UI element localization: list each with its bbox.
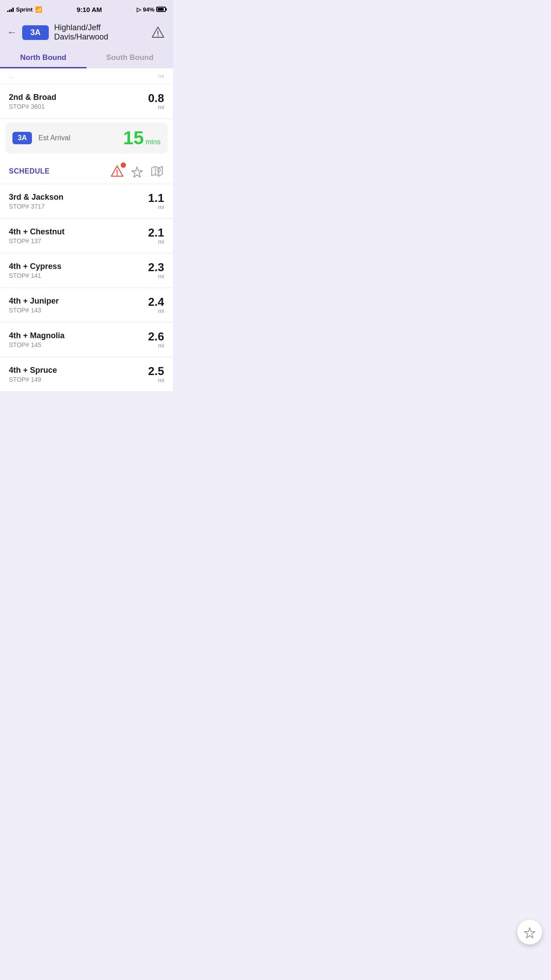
status-time: 9:10 AM — [77, 6, 102, 13]
stop-distance-value: 2.5 — [148, 365, 164, 377]
stop-distance-unit: mi — [148, 342, 164, 349]
stop-distance-value: 2.4 — [148, 296, 164, 308]
stop-item[interactable]: 4th + Chestnut STOP# 137 2.1 mi — [0, 219, 173, 253]
arrival-label: Est Arrival — [38, 134, 70, 142]
stop-item[interactable]: 4th + Magnolia STOP# 145 2.6 mi — [0, 323, 173, 357]
stop-number: STOP# 149 — [9, 376, 57, 383]
partial-stop: ... mi — [0, 68, 173, 84]
svg-point-7 — [158, 170, 159, 170]
stop-item[interactable]: 4th + Spruce STOP# 149 2.5 mi — [0, 357, 173, 392]
stop-name: 4th + Magnolia — [9, 331, 65, 340]
stop-name: 4th + Chestnut — [9, 227, 65, 237]
wifi-icon: 📶 — [35, 6, 42, 13]
stop-item[interactable]: 4th + Juniper STOP# 143 2.4 mi — [0, 288, 173, 323]
tab-south-bound[interactable]: South Bound — [87, 47, 173, 68]
stop-name: 4th + Spruce — [9, 366, 57, 375]
stop-distance-unit: mi — [148, 204, 164, 210]
tab-north-bound[interactable]: North Bound — [0, 47, 87, 68]
arrival-minutes: 15 — [123, 129, 144, 147]
stop-name: 3rd & Jackson — [9, 193, 63, 202]
stop-number: STOP# 137 — [9, 237, 65, 245]
svg-point-3 — [117, 174, 118, 176]
carrier-name: Sprint — [16, 6, 33, 13]
stop-number: STOP# 3601 — [9, 103, 56, 110]
stop-distance-value: 2.6 — [148, 331, 164, 342]
favorite-icon[interactable] — [130, 165, 144, 178]
stop-distance-value: 0.8 — [148, 92, 164, 104]
stop-number: STOP# 3717 — [9, 203, 63, 210]
stop-distance-unit: mi — [148, 104, 164, 111]
stop-distance-unit: mi — [148, 308, 164, 314]
alert-icon-button[interactable] — [150, 24, 166, 40]
stop-number: STOP# 143 — [9, 307, 59, 314]
stop-item[interactable]: 4th + Cypress STOP# 141 2.3 mi — [0, 253, 173, 288]
battery-percent: 94% — [143, 6, 154, 13]
stop-distance-value: 1.1 — [148, 192, 164, 204]
notification-dot — [121, 162, 126, 168]
stop-number: STOP# 145 — [9, 341, 65, 348]
stop-number: STOP# 141 — [9, 272, 62, 279]
stop-name: 4th + Juniper — [9, 296, 59, 306]
tabs: North Bound South Bound — [0, 47, 173, 68]
location-icon: ▷ — [137, 6, 141, 13]
alert-icon-schedule[interactable] — [110, 164, 124, 178]
route-title: Highland/Jeff Davis/Harwood — [54, 23, 145, 42]
schedule-label: SCHEDULE — [9, 167, 50, 175]
back-button[interactable]: ← — [7, 27, 17, 38]
arrival-badge: 3A — [12, 132, 32, 144]
arrival-minutes-label: mins — [146, 138, 161, 146]
stop-item[interactable]: 3rd & Jackson STOP# 3717 1.1 mi — [0, 184, 173, 219]
stop-distance-value: 2.3 — [148, 261, 164, 273]
header: ← 3A Highland/Jeff Davis/Harwood — [0, 18, 173, 47]
stop-distance-value: 2.1 — [148, 227, 164, 238]
arrival-card: 3A Est Arrival 15 mins — [5, 122, 168, 154]
stop-name: 4th + Cypress — [9, 262, 62, 271]
stop-distance-unit: mi — [148, 377, 164, 383]
main-content: ... mi 2nd & Broad STOP# 3601 0.8 mi 3A … — [0, 68, 173, 392]
map-icon[interactable] — [150, 164, 164, 178]
signal-icon — [7, 7, 14, 12]
stop-distance-unit: mi — [148, 273, 164, 280]
stop-name: 2nd & Broad — [9, 93, 56, 102]
battery-icon — [156, 7, 166, 12]
battery-info: ▷ 94% — [137, 6, 166, 13]
route-badge: 3A — [22, 25, 49, 40]
arrival-time: 15 mins — [123, 129, 161, 147]
svg-point-1 — [157, 35, 158, 36]
schedule-header: SCHEDULE — [0, 157, 173, 184]
stops-list: 3rd & Jackson STOP# 3717 1.1 mi 4th + Ch… — [0, 184, 173, 392]
stop-distance-unit: mi — [148, 238, 164, 245]
status-bar: Sprint 📶 9:10 AM ▷ 94% — [0, 0, 173, 18]
carrier-info: Sprint 📶 — [7, 6, 42, 13]
stop-item-first[interactable]: 2nd & Broad STOP# 3601 0.8 mi — [0, 84, 173, 119]
